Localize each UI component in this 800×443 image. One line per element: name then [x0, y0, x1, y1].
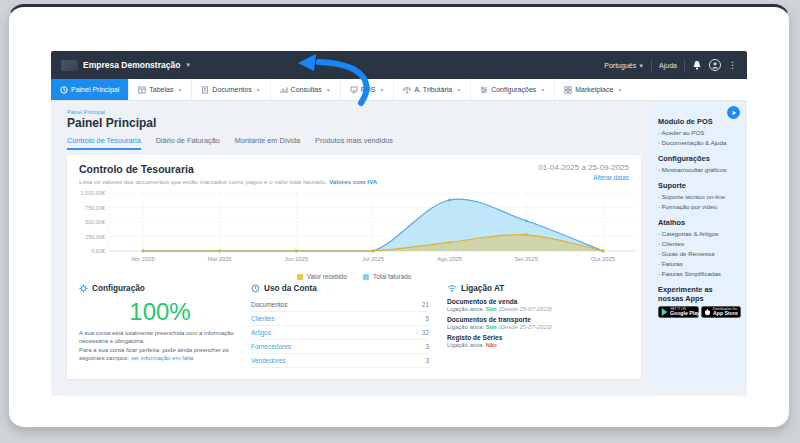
nav-item-pos[interactable]: POS▼ [340, 79, 394, 100]
legend-swatch [363, 274, 369, 280]
sidebar-item-faturas-simplificadas[interactable]: Faturas Simplificadas [658, 270, 738, 277]
at-since-date: (Desde 25-07-2023) [497, 324, 552, 330]
tab-di-rio-de-fatura-o[interactable]: Diário de Faturação [156, 136, 220, 150]
nav-item-documentos[interactable]: Documentos▼ [191, 79, 269, 100]
usage-label-fornecedores[interactable]: Fornecedores [251, 343, 291, 350]
at-entry-status-line: Ligação ativa: Sim (Desde 25-07-2023) [447, 324, 629, 330]
svg-text:Jul 2025: Jul 2025 [362, 256, 384, 262]
usage-value-clientes: 5 [425, 315, 429, 322]
sidebar-section-atalhos: Atalhos [658, 218, 738, 227]
app-screenshot: Empresa Demonstração ▼ Português ▼ Ajuda… [51, 51, 747, 395]
tables-icon [138, 86, 146, 94]
badge-text: Download on theApp Store [713, 308, 738, 316]
tab-produtos-mais-vendidos[interactable]: Produtos mais vendidos [315, 136, 393, 150]
sidebar-item-aceder-ao-pos[interactable]: Aceder ao POS [658, 129, 738, 136]
nav-item-consultas[interactable]: Consultas▼ [270, 79, 340, 100]
nav-item-painel-principal[interactable]: Painel Principal [51, 79, 128, 100]
at-entry-title: Registo de Séries [447, 334, 629, 341]
sidebar-item-forma-o-por-v-deo[interactable]: Formação por vídeo [658, 203, 738, 210]
legend-label: Valor recebido [307, 273, 347, 280]
svg-text:Jun 2025: Jun 2025 [284, 256, 308, 262]
user-avatar[interactable] [709, 59, 721, 71]
tax-icon [403, 86, 411, 94]
chevron-down-icon: ▼ [177, 87, 182, 93]
usage-row-vendedores: Vendedores3 [251, 354, 429, 368]
treasury-card: Controlo de Tesouraria Lista os valores … [67, 155, 641, 379]
missing-info-link[interactable]: ver informação em falta [131, 355, 194, 361]
page-title: Painel Principal [67, 116, 641, 130]
svg-text:500,00€: 500,00€ [85, 219, 105, 225]
top-bar-actions: Português ▼ Ajuda ⋮ [604, 59, 737, 71]
apple-icon [704, 308, 711, 317]
tab-montante-em-d-vida[interactable]: Montante em Dívida [235, 136, 300, 150]
sidebar-section-m-dulo-de-pos: Módulo de POS [658, 117, 738, 126]
company-selector[interactable]: Empresa Demonstração ▼ [61, 60, 191, 71]
usage-rows: Documentos21Clientes5Artigos32Fornecedor… [251, 298, 429, 368]
at-since-date: (Desde 25-07-2023) [497, 306, 552, 312]
chart-legend: Valor recebidoTotal faturado [79, 273, 629, 280]
sidebar-item-clientes[interactable]: Clientes [658, 240, 738, 247]
video-play-button[interactable] [727, 106, 740, 119]
at-entry-title: Documentos de transporte [447, 316, 629, 323]
nav-item-a-tribut-ria[interactable]: A. Tributária▼ [393, 79, 470, 100]
usage-label-clientes[interactable]: Clientes [251, 315, 274, 322]
nav-item-label: Consultas [291, 86, 322, 93]
sidebar-item-suporte-t-cnico-on-line[interactable]: Suporte técnico on-line [658, 193, 738, 200]
company-name[interactable]: Empresa Demonstração [83, 60, 180, 70]
svg-text:250,00€: 250,00€ [85, 234, 105, 240]
history-clock-icon [251, 284, 260, 293]
nav-item-label: A. Tributária [414, 86, 452, 93]
badge-app-store[interactable]: Download on theApp Store [701, 306, 741, 318]
top-bar: Empresa Demonstração ▼ Português ▼ Ajuda… [51, 51, 747, 79]
chevron-down-icon: ▼ [379, 87, 384, 93]
at-entry-documentos-de-venda: Documentos de vendaLigação ativa: Sim (D… [447, 298, 629, 312]
at-connection-title: Ligação AT [461, 284, 504, 293]
company-logo [61, 60, 78, 71]
more-options-icon[interactable]: ⋮ [728, 60, 737, 70]
treasury-area-chart: 0,00€250,00€500,00€750,00€1.000,00€Abr 2… [79, 187, 629, 272]
sidebar-item-mostrar-ocultar-gr-ficos[interactable]: Mostrar/ocultar gráficos [658, 166, 738, 173]
badge-google-play[interactable]: GET IT ONGoogle Play [658, 306, 699, 318]
usage-label-vendedores[interactable]: Vendedores [251, 357, 286, 364]
chevron-down-icon: ▼ [617, 87, 622, 93]
account-usage-panel: Uso da Conta Documentos21Clientes5Artigo… [251, 284, 447, 368]
settings-icon [480, 86, 488, 94]
at-entries: Documentos de vendaLigação ativa: Sim (D… [447, 298, 629, 348]
breadcrumb[interactable]: Painel Principal [67, 109, 641, 115]
configuration-percent: 100% [79, 298, 241, 326]
sidebar-section-suporte: Suporte [658, 181, 738, 190]
help-link[interactable]: Ajuda [659, 62, 677, 69]
change-dates-link[interactable]: Alterar datas [593, 174, 629, 181]
usage-label-artigos[interactable]: Artigos [251, 329, 271, 336]
treasury-title: Controlo de Tesouraria [79, 163, 377, 175]
sidebar-item-guias-de-remessa[interactable]: Guias de Remessa [658, 250, 738, 257]
sidebar-item-documenta-o-ajuda[interactable]: Documentação & Ajuda [658, 139, 738, 146]
svg-text:Abr 2025: Abr 2025 [131, 256, 155, 262]
chevron-down-icon: ▼ [185, 62, 191, 68]
sidebar-item-faturas[interactable]: Faturas [658, 260, 738, 267]
badge-text: GET IT ONGoogle Play [670, 308, 700, 316]
values-with-vat-link[interactable]: Valores com IVA [329, 178, 377, 185]
browser-window: Empresa Demonstração ▼ Português ▼ Ajuda… [8, 4, 790, 428]
at-status-value: Não [486, 342, 497, 348]
content-area: Painel Principal Painel Principal Contro… [51, 101, 747, 396]
nav-item-tabelas[interactable]: Tabelas▼ [128, 79, 191, 100]
nav-item-label: POS [361, 86, 376, 93]
sidebar-item-categorias-artigos[interactable]: Categorias & Artigos [658, 230, 738, 237]
tab-controlo-de-tesouraria[interactable]: Controlo de Tesouraria [67, 136, 141, 150]
at-status-value: Sim [486, 324, 497, 330]
usage-row-clientes: Clientes5 [251, 312, 429, 326]
usage-value-artigos: 32 [422, 329, 429, 336]
usage-value-fornecedores: 3 [425, 343, 429, 350]
marketplace-icon [564, 86, 572, 94]
notifications-bell-icon[interactable] [692, 60, 702, 71]
gear-icon [79, 284, 88, 293]
language-selector[interactable]: Português ▼ [604, 62, 644, 69]
dashboard-tabs: Controlo de TesourariaDiário de Faturaçã… [67, 136, 641, 150]
reports-icon [280, 86, 288, 94]
nav-item-marketplace[interactable]: Marketplace▼ [554, 79, 631, 100]
nav-item-configura-es[interactable]: Configurações▼ [470, 79, 554, 100]
svg-text:Set 2025: Set 2025 [515, 256, 538, 262]
sidebar-apps-title: Experimente as nossas Apps [658, 285, 738, 303]
legend-label: Total faturado [373, 273, 411, 280]
